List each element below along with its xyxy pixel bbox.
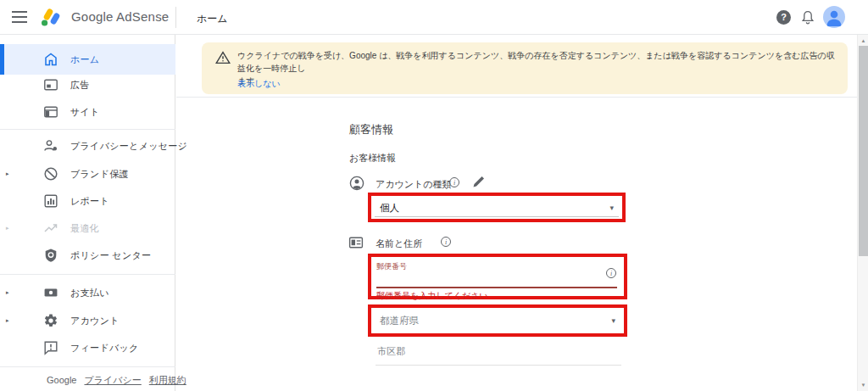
adsense-logo-icon [40, 7, 64, 31]
terms-link[interactable]: 利用規約 [149, 375, 186, 385]
chevron-right-icon[interactable]: ▸ [6, 170, 9, 177]
sidebar-footer: Googleプライバシー利用規約 [47, 374, 186, 387]
sidebar-item-reports[interactable]: レポート [0, 187, 175, 215]
ads-icon [43, 77, 58, 92]
sidebar-item-ads[interactable]: 広告 [0, 71, 175, 98]
chevron-right-icon[interactable]: ▸ [6, 317, 9, 324]
sidebar-item-label: ホーム [70, 53, 99, 66]
postal-code-annotation-box: 郵便番号 i 郵便番号を入力してください [368, 254, 627, 299]
policy-center-icon [43, 248, 58, 263]
warning-banner: ウクライナでの戦争を受け、Google は、戦争を利用するコンテンツ、戦争の存在… [202, 42, 848, 94]
account-type-annotation-box: 個人 ▾ [368, 193, 626, 222]
postal-code-input[interactable] [376, 287, 617, 288]
name-address-label: 名前と住所 [376, 237, 422, 250]
sidebar-item-label: アカウント [70, 315, 120, 327]
chevron-right-icon[interactable]: ▸ [6, 289, 9, 296]
brand-safety-icon [43, 166, 58, 182]
postal-code-label: 郵便番号 [376, 261, 407, 272]
header-divider [175, 7, 176, 28]
menu-icon[interactable] [12, 11, 27, 23]
scroll-down-icon[interactable]: ▼ [858, 380, 868, 390]
sidebar-item-brand-safety[interactable]: ▸ ブランド保護 [0, 160, 175, 187]
page-title: ホーム [197, 12, 228, 26]
contact-card-icon [348, 235, 364, 250]
main-content: ウクライナでの戦争を受け、Google は、戦争を利用するコンテンツ、戦争の存在… [176, 35, 868, 391]
field-underline [375, 216, 619, 217]
top-app-bar: Google AdSense ホーム ? [0, 0, 868, 35]
reports-icon [43, 193, 58, 209]
sidebar-item-payments[interactable]: ▸ お支払い [0, 279, 175, 306]
chevron-down-icon[interactable]: ▾ [611, 316, 615, 325]
info-icon[interactable]: i [441, 237, 451, 247]
notifications-icon[interactable] [800, 9, 815, 29]
avatar[interactable] [823, 6, 845, 28]
sidebar-item-optimization[interactable]: ▸ 最適化 [0, 215, 175, 242]
city-input[interactable] [376, 365, 621, 366]
home-icon [43, 52, 58, 67]
postal-code-error: 郵便番号を入力してください [376, 290, 488, 302]
privacy-link[interactable]: プライバシー [84, 375, 141, 385]
sidebar: ホーム 広告 サイト プライバシーとメッセージ [0, 35, 175, 391]
sidebar-divider [0, 274, 175, 275]
sidebar-item-account[interactable]: ▸ アカウント [0, 307, 175, 334]
scrollbar-thumb[interactable] [859, 46, 868, 256]
banner-dismiss-link[interactable]: 表示しない [237, 78, 281, 90]
city-field-placeholder: 市区郡 [377, 345, 405, 358]
sites-icon [43, 104, 58, 120]
person-circle-icon [349, 176, 364, 191]
sidebar-item-sites[interactable]: サイト [0, 98, 175, 126]
chevron-down-icon[interactable]: ▾ [609, 204, 614, 212]
sidebar-item-label: サイト [70, 106, 100, 119]
sidebar-item-label: 広告 [70, 79, 90, 92]
sidebar-item-label: フィードバック [70, 342, 139, 355]
scroll-up-icon[interactable]: ▲ [858, 36, 868, 46]
sidebar-item-feedback[interactable]: フィードバック [0, 334, 175, 361]
form-title: 顧客情報 [349, 122, 393, 137]
sidebar-item-label: レポート [70, 195, 109, 208]
content-divider [176, 97, 857, 98]
account-type-label: アカウントの種類 [376, 178, 452, 191]
google-wordmark: Google [47, 375, 76, 385]
privacy-messaging-icon [43, 138, 58, 154]
optimization-icon [43, 221, 58, 236]
account-type-select-value[interactable]: 個人 [380, 201, 399, 214]
vertical-scrollbar[interactable]: ▲ ▼ [857, 35, 868, 391]
sidebar-item-privacy-messaging[interactable]: プライバシーとメッセージ [0, 132, 175, 159]
sidebar-item-label: お支払い [70, 287, 109, 299]
sidebar-item-label: プライバシーとメッセージ [70, 140, 187, 153]
sidebar-item-policy-center[interactable]: ポリシー センター [0, 242, 175, 269]
info-icon[interactable]: i [449, 177, 459, 187]
sidebar-item-label: 最適化 [70, 222, 99, 235]
prefecture-select[interactable]: 都道府県 [380, 315, 419, 327]
sidebar-item-label: ブランド保護 [70, 168, 129, 181]
brand-wordmark: Google AdSense [71, 9, 169, 24]
sidebar-divider [0, 129, 175, 130]
feedback-icon [43, 340, 58, 355]
info-icon[interactable]: i [606, 268, 616, 278]
gear-icon [43, 313, 58, 328]
banner-message: ウクライナでの戦争を受け、Google は、戦争を利用するコンテンツ、戦争の存在… [237, 49, 839, 87]
warning-triangle-icon [215, 51, 231, 68]
form-subtitle: お客様情報 [349, 152, 396, 165]
sidebar-item-label: ポリシー センター [70, 249, 151, 262]
help-icon[interactable]: ? [776, 10, 791, 25]
sidebar-item-home[interactable]: ホーム [0, 44, 175, 75]
sidebar-divider [0, 366, 175, 367]
edit-pencil-icon[interactable] [472, 175, 486, 188]
payments-icon [43, 285, 58, 300]
chevron-right-icon[interactable]: ▸ [6, 225, 9, 232]
prefecture-annotation-box: 都道府県 ▾ [368, 304, 627, 337]
